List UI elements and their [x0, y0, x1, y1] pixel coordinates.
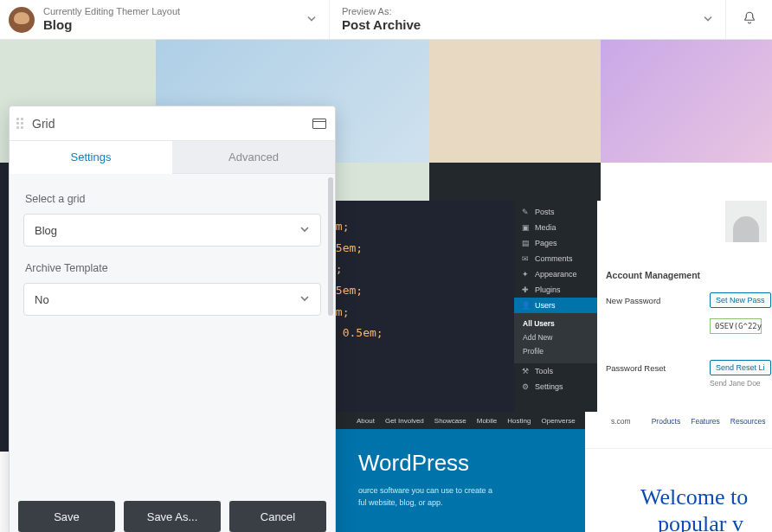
wordpress-org-tile: About Get Involved Showcase Mobile Hosti… [329, 412, 585, 532]
generated-password-field: 0SEV(G^22y [710, 318, 762, 334]
save-as-button[interactable]: Save As... [124, 501, 221, 532]
grid-module-settings-panel: Grid Settings Advanced Select a grid Blo… [9, 106, 336, 532]
tab-advanced[interactable]: Advanced [172, 141, 335, 173]
preview-labels: Preview As: Post Archive [342, 6, 421, 33]
wp-admin-sidebar-tile: ✎Posts ▣Media ▤Pages ✉Comments ✦Appearan… [514, 201, 597, 412]
preview-sub-label: Preview As: [342, 6, 421, 17]
archive-template-dropdown[interactable]: No [23, 283, 321, 316]
select-grid-value: Blog [35, 224, 57, 237]
preview-as-selector[interactable]: Preview As: Post Archive [329, 0, 725, 39]
send-reset-button: Send Reset Li [710, 360, 771, 375]
panel-footer: Save Save As... Cancel [10, 492, 335, 532]
archive-template-value: No [35, 293, 49, 306]
drag-handle-icon[interactable] [16, 118, 25, 129]
cancel-button[interactable]: Cancel [229, 501, 326, 532]
notifications-button[interactable] [725, 0, 772, 39]
bell-icon [742, 10, 757, 29]
maximize-icon[interactable] [312, 119, 326, 129]
tab-settings[interactable]: Settings [10, 141, 172, 174]
user-avatar-icon [725, 201, 767, 242]
chevron-down-icon [703, 13, 713, 26]
layout-selector[interactable]: Currently Editing Themer Layout Blog [0, 0, 329, 39]
select-grid-label: Select a grid [25, 193, 321, 205]
wordpress-com-tile: s.com Products Features Resources Plans … [585, 412, 772, 532]
select-grid-dropdown[interactable]: Blog [23, 214, 321, 247]
panel-tabs: Settings Advanced [10, 141, 335, 174]
chevron-down-icon [299, 224, 310, 237]
wp-admin-users-active: 👤Users [514, 298, 597, 313]
account-management-tile: Account Management New Password Set New … [597, 201, 772, 412]
panel-header[interactable]: Grid [10, 106, 335, 141]
preview-title: Post Archive [342, 17, 421, 33]
layout-selector-labels: Currently Editing Themer Layout Blog [43, 6, 180, 33]
beaver-avatar-icon [9, 7, 35, 33]
chevron-down-icon [306, 13, 317, 26]
archive-template-label: Archive Template [25, 262, 321, 274]
chevron-down-icon [299, 293, 310, 306]
top-bar: Currently Editing Themer Layout Blog Pre… [0, 0, 772, 40]
editing-sub-label: Currently Editing Themer Layout [43, 6, 180, 17]
scrollbar[interactable] [328, 177, 333, 316]
preview-canvas: em; .5em; m; .5em; em; , 0.5em; ✎Posts ▣… [0, 40, 772, 532]
set-new-password-button: Set New Pass [710, 292, 771, 308]
save-button[interactable]: Save [18, 501, 115, 532]
panel-title: Grid [32, 117, 312, 131]
editing-title: Blog [43, 17, 180, 33]
panel-body: Select a grid Blog Archive Template No [10, 174, 335, 492]
code-snippet-tile: em; .5em; m; .5em; em; , 0.5em; [329, 201, 514, 412]
